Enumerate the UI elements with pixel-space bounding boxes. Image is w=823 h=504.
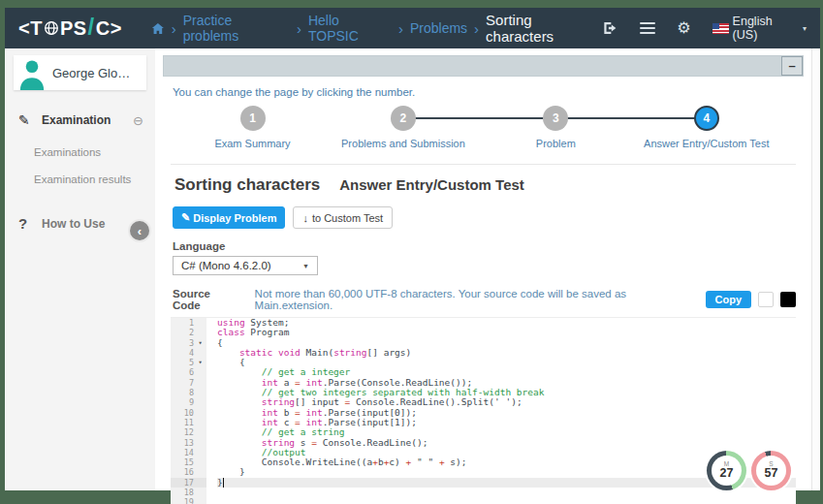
dark-theme-swatch[interactable] — [780, 292, 796, 307]
gutter-line: 18 — [171, 488, 206, 497]
line-number: 12 — [171, 427, 194, 437]
fold-spacer — [194, 397, 206, 407]
breadcrumb-separator: › — [297, 20, 301, 37]
language-label: Language — [173, 240, 796, 252]
user-card[interactable]: George Glo… — [14, 55, 146, 90]
step-circle-3[interactable]: 3 — [543, 106, 568, 131]
breadcrumb-link-hello-topsic[interactable]: Hello TOPSIC — [308, 13, 392, 44]
line-number: 16 — [171, 467, 194, 477]
fold-arrow-icon[interactable]: ▾ — [194, 338, 206, 348]
step-1: 1Exam Summary — [171, 106, 335, 149]
sidebar-collapse-button[interactable]: ‹ — [130, 221, 149, 240]
step-label: Answer Entry/Custom Test — [624, 138, 789, 149]
code-line[interactable]: class Program — [217, 328, 796, 337]
language-dropdown[interactable]: C# (Mono 4.6.2.0) ▼ — [173, 256, 318, 275]
pencil-icon: ✎ — [181, 211, 190, 224]
step-label: Exam Summary — [171, 138, 335, 149]
countdown-timers: M27S57 — [707, 451, 791, 490]
breadcrumb-separator: › — [474, 20, 479, 37]
timer-minutes: M27 — [707, 451, 746, 490]
line-number: 15 — [171, 457, 194, 467]
code-line[interactable]: using System; — [217, 318, 796, 328]
line-number: 1 — [171, 318, 194, 328]
gutter-line: 12 — [171, 427, 206, 437]
breadcrumb-link-practice-problems[interactable]: Practice problems — [183, 13, 290, 44]
fold-spacer — [194, 388, 206, 397]
select-arrow-icon: ▼ — [302, 263, 309, 269]
source-code-note: Not more than 60,000 UTF-8 characters. Y… — [255, 288, 706, 311]
line-number: 2 — [171, 328, 194, 337]
gutter-line: 19 — [171, 497, 206, 504]
display-problem-button[interactable]: ✎ Display Problem — [173, 206, 285, 229]
timer-seconds: S57 — [751, 451, 791, 490]
timer-value: 27 — [720, 467, 734, 480]
gutter-line: 10 — [171, 408, 206, 418]
fold-spacer — [194, 427, 206, 437]
copy-button[interactable]: Copy — [706, 291, 752, 308]
gutter-line: 5▾ — [171, 358, 206, 367]
code-line[interactable] — [217, 497, 796, 504]
to-custom-test-button[interactable]: ↓ to Custom Test — [293, 206, 393, 229]
fold-spacer — [194, 448, 206, 457]
gear-icon[interactable]: ⚙ — [677, 20, 690, 36]
sidebar-item-examination[interactable]: ✎ Examination ⊖ — [5, 102, 155, 139]
chevron-left-icon: ‹ — [138, 224, 142, 238]
gutter-line: 2 — [171, 328, 206, 337]
step-circle-1[interactable]: 1 — [240, 106, 266, 131]
pencil-icon: ✎ — [18, 112, 42, 128]
gutter-line: 9 — [171, 397, 206, 407]
question-icon: ? — [18, 215, 42, 232]
gutter-line: 15 — [171, 457, 206, 467]
collapse-section-icon[interactable]: ⊖ — [133, 113, 143, 128]
topsic-logo[interactable]: <T PS / C> — [18, 15, 122, 42]
line-number: 11 — [171, 418, 194, 427]
fold-spacer — [194, 367, 206, 377]
logo-slash: / — [88, 14, 95, 41]
user-name: George Glo… — [52, 66, 130, 80]
fold-spacer — [194, 378, 206, 388]
step-circle-4[interactable]: 4 — [694, 106, 719, 131]
gutter-line: 7 — [171, 378, 206, 388]
line-number: 14 — [171, 448, 194, 457]
language-selector-label: English (US) — [733, 15, 799, 42]
step-label: Problems and Submission — [321, 138, 486, 149]
home-icon[interactable] — [151, 22, 165, 35]
gutter-line: 17 — [171, 478, 206, 488]
logo-text: C> — [96, 17, 122, 40]
logout-icon[interactable] — [602, 20, 618, 36]
sidebar-item-examinations[interactable]: Examinations — [5, 139, 155, 166]
language-selector[interactable]: English (US) ▾ — [712, 15, 807, 42]
menu-icon[interactable] — [640, 19, 656, 37]
minimize-panel-button[interactable]: – — [781, 56, 803, 76]
breadcrumb-link-problems[interactable]: Problems — [410, 20, 467, 36]
divider — [171, 164, 796, 165]
step-label: Problem — [473, 138, 638, 149]
line-number: 18 — [171, 488, 194, 497]
breadcrumb-separator: › — [172, 20, 176, 37]
panel-header: – — [163, 55, 804, 77]
step-2: 2Problems and Submission — [321, 106, 486, 149]
line-number: 3 — [171, 338, 194, 348]
sidebar-item-examination-results[interactable]: Examination results — [5, 166, 155, 193]
globe-icon — [44, 20, 59, 36]
editor-gutter: 123▾45▾678910111213141516171819 — [171, 318, 206, 504]
gutter-line: 13 — [171, 438, 206, 448]
top-navbar: <T PS / C> › Practice problems › Hello T… — [5, 8, 820, 48]
action-buttons: ✎ Display Problem ↓ to Custom Test — [173, 206, 796, 229]
code-editor[interactable]: 123▾45▾678910111213141516171819 using Sy… — [171, 317, 796, 504]
page-title: Sorting characters — [174, 175, 320, 195]
step-3: 3Problem — [473, 106, 638, 149]
step-circle-2[interactable]: 2 — [391, 106, 416, 131]
fold-arrow-icon[interactable]: ▾ — [194, 358, 206, 367]
scrollbar[interactable] — [811, 48, 820, 490]
line-number: 13 — [171, 438, 194, 448]
light-theme-swatch[interactable] — [758, 292, 774, 307]
main-content: – You can change the page by clicking th… — [155, 48, 811, 490]
line-number: 5 — [171, 358, 194, 367]
code-line[interactable]: static void Main(string[] args) — [217, 348, 796, 358]
app-window: <T PS / C> › Practice problems › Hello T… — [5, 8, 820, 490]
timer-value: 57 — [765, 467, 778, 480]
sidebar-item-label: Examination — [42, 113, 133, 127]
line-number: 17 — [171, 478, 194, 488]
topbar-actions: ⚙ English (US) ▾ — [602, 15, 807, 42]
